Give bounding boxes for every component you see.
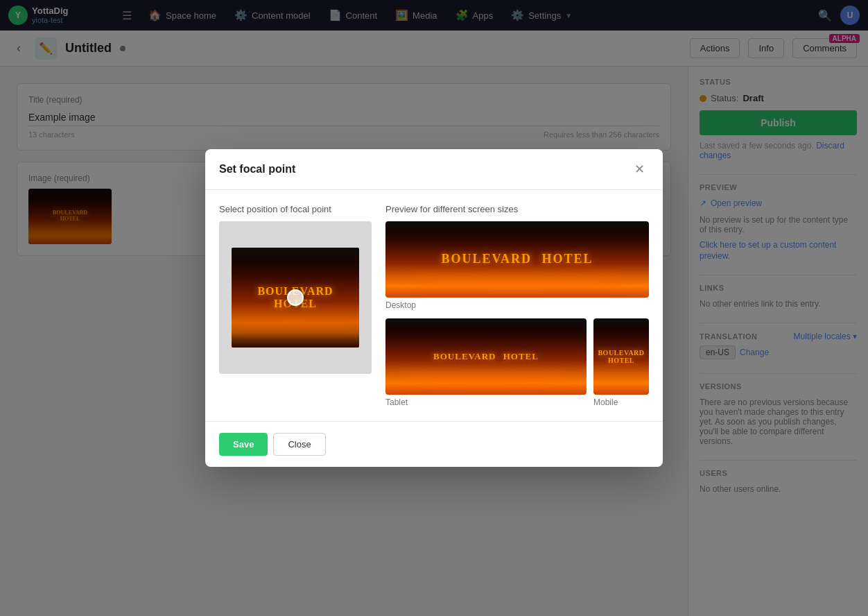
focal-left-title: Select position of focal point xyxy=(219,204,372,214)
focal-area[interactable]: BOULEVARD HOTEL xyxy=(219,221,372,374)
tablet-preview: BOULEVARD HOTEL Tablet xyxy=(385,318,587,407)
mobile-preview-image: BOULEVARD HOTEL xyxy=(593,318,649,395)
modal-overlay: Set focal point ✕ Select position of foc… xyxy=(0,0,868,616)
mobile-preview: BOULEVARD HOTEL Mobile xyxy=(593,318,649,407)
modal-body: Select position of focal point BOULEVARD… xyxy=(205,190,663,421)
desktop-label: Desktop xyxy=(385,300,649,310)
preview-grid: BOULEVARD HOTEL Desktop xyxy=(385,221,649,407)
modal-close-footer-button[interactable]: Close xyxy=(273,433,325,456)
tablet-preview-image: BOULEVARD HOTEL xyxy=(385,318,587,395)
modal-close-button[interactable]: ✕ xyxy=(630,160,649,178)
desktop-glow xyxy=(412,281,623,282)
desktop-preview: BOULEVARD HOTEL Desktop xyxy=(385,221,649,310)
set-focal-point-modal: Set focal point ✕ Select position of foc… xyxy=(205,149,663,467)
focal-indicator xyxy=(287,289,304,306)
mobile-hotel-scene: BOULEVARD HOTEL xyxy=(593,318,649,395)
desktop-hotel-scene: BOULEVARD HOTEL xyxy=(385,221,649,298)
tablet-hotel-text: BOULEVARD HOTEL xyxy=(433,352,539,361)
preview-bottom-row: BOULEVARD HOTEL Tablet xyxy=(385,318,649,407)
desktop-preview-image: BOULEVARD HOTEL xyxy=(385,221,649,298)
preview-right-title: Preview for different screen sizes xyxy=(385,204,649,214)
tablet-glow xyxy=(406,378,566,379)
preview-section-modal: Preview for different screen sizes BOULE… xyxy=(385,204,649,407)
mobile-hotel-text: BOULEVARD HOTEL xyxy=(598,349,644,364)
modal-footer: Save Close xyxy=(205,421,663,467)
mobile-label: Mobile xyxy=(593,397,649,407)
focal-point-section: Select position of focal point BOULEVARD… xyxy=(219,204,372,407)
tablet-label: Tablet xyxy=(385,397,587,407)
modal-save-button[interactable]: Save xyxy=(219,433,268,456)
tablet-hotel-scene: BOULEVARD HOTEL xyxy=(385,318,587,395)
modal-header: Set focal point ✕ xyxy=(205,149,663,190)
desktop-hotel-text: BOULEVARD HOTEL xyxy=(441,253,593,266)
modal-title: Set focal point xyxy=(219,163,295,176)
